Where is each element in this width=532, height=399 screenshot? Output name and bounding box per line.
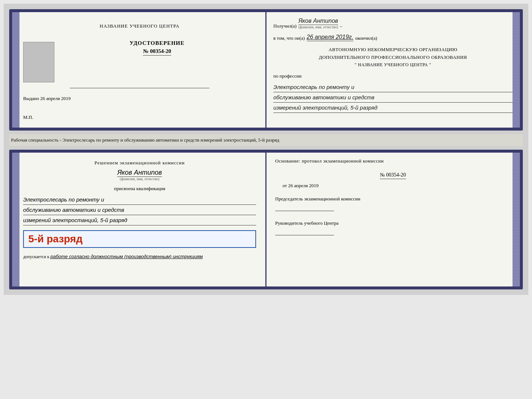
dash-filler: – xyxy=(340,23,342,29)
vtom-date: 26 апреля 2019г. xyxy=(307,34,353,41)
org-line1: АВТОНОМНУЮ НЕКОММЕРЧЕСКУЮ ОРГАНИЗАЦИЮ xyxy=(273,46,513,54)
photo-placeholder xyxy=(23,42,54,82)
recipient-name: Яков Антипов xyxy=(298,18,338,25)
page-wrapper: НАЗВАНИЕ УЧЕБНОГО ЦЕНТРА УДОСТОВЕРЕНИЕ №… xyxy=(4,4,528,295)
predsedatel-block: Председатель экзаменационной комиссии xyxy=(275,196,511,213)
poluchil-label: Получил(а) xyxy=(273,23,296,29)
ot-label: от xyxy=(283,183,287,188)
name-wrap: Яков Антипов (фамилия, имя, отчество) xyxy=(298,18,338,29)
org-line3: " НАЗВАНИЕ УЧЕБНОГО ЦЕНТРА " xyxy=(273,61,513,68)
bottom-right-spine xyxy=(513,153,520,286)
ot-date: 26 апреля 2019 xyxy=(288,183,319,188)
predsedatel-signature xyxy=(275,204,334,211)
fio-sublabel: (фамилия, имя, отчество) xyxy=(298,25,338,29)
bottom-recipient-name: Яков Антипов xyxy=(117,169,162,177)
prisvoena-label: присвоена квалификация xyxy=(23,186,256,192)
vtom-line: в том, что он(а) 26 апреля 2019г. окончи… xyxy=(273,34,513,41)
left-spine xyxy=(12,12,19,128)
dopuskaetsya-block: допускается к работе согласно должностны… xyxy=(23,254,256,260)
rukovoditel-signature xyxy=(275,228,334,235)
vydano-date: 26 апреля 2019 xyxy=(40,96,71,101)
rukovoditel-block: Руководитель учебного Центра xyxy=(275,220,511,237)
profession-line1: Электрослесарь по ремонту и xyxy=(273,82,513,92)
qual-line1: Электрослесарь по ремонту и xyxy=(23,195,256,205)
po-professii: по профессии xyxy=(273,73,513,79)
bottom-left-spine xyxy=(12,153,19,286)
qualification-block: Электрослесарь по ремонту и обслуживанию… xyxy=(23,195,256,225)
dopuskaetsya-text: работе согласно должностным (производств… xyxy=(50,254,203,259)
bottom-document: Решением экзаменационной комиссии Яков А… xyxy=(9,150,523,289)
org-line2: ДОПОЛНИТЕЛЬНОГО ПРОФЕССИОНАЛЬНОГО ОБРАЗО… xyxy=(273,54,513,61)
razryad-badge: 5-й разряд xyxy=(23,230,256,248)
mp-line: М.П. xyxy=(23,114,33,120)
vydano-label: Выдано xyxy=(23,96,39,101)
profession-line2: обслуживанию автоматики и средств xyxy=(273,92,513,103)
org-block: АВТОНОМНУЮ НЕКОММЕРЧЕСКУЮ ОРГАНИЗАЦИЮ ДО… xyxy=(273,46,513,68)
bottom-right-page: Основание: протокол экзаменационной коми… xyxy=(266,153,520,286)
bottom-left-page: Решением экзаменационной комиссии Яков А… xyxy=(12,153,266,286)
bottom-fio-sublabel: (фамилия, имя, отчество) xyxy=(120,177,159,181)
profession-block: Электрослесарь по ремонту и обслуживанию… xyxy=(273,82,513,113)
profession-line3: измерений электростанций, 5-й разряд xyxy=(273,103,513,113)
udostoverenie-num: № 00354-20 xyxy=(143,48,171,56)
rukovoditel-label: Руководитель учебного Центра xyxy=(275,220,511,226)
date-line: от 26 апреля 2019 xyxy=(283,183,511,189)
razryad-text: 5-й разряд xyxy=(28,233,83,245)
poluchil-line: Получил(а) Яков Антипов (фамилия, имя, о… xyxy=(273,18,513,29)
right-spine-top xyxy=(513,12,520,128)
dopuskaetsya-label: допускается к xyxy=(23,254,49,259)
top-right-page: Получил(а) Яков Антипов (фамилия, имя, о… xyxy=(266,12,520,128)
qual-line3: измерений электростанций, 5-й разряд xyxy=(23,215,256,225)
vydano-line: Выдано 26 апреля 2019 xyxy=(23,96,71,101)
predsedatel-label: Председатель экзаменационной комиссии xyxy=(275,196,511,202)
qual-line2: обслуживанию автоматики и средств xyxy=(23,205,256,215)
bottom-name-wrap: Яков Антипов (фамилия, имя, отчество) xyxy=(23,169,256,181)
okchnil-label: окончил(а) xyxy=(355,35,377,41)
specialty-text: Рабочая специальность - Электрослесарь п… xyxy=(11,137,279,143)
center-title: НАЗВАНИЕ УЧЕБНОГО ЦЕНТРА xyxy=(100,23,179,29)
top-document: НАЗВАНИЕ УЧЕБНОГО ЦЕНТРА УДОСТОВЕРЕНИЕ №… xyxy=(9,9,523,131)
vtom-label: в том, что он(а) xyxy=(273,35,305,41)
protocol-num: № 00354-20 xyxy=(380,172,406,179)
udostoverenie-title: УДОСТОВЕРЕНИЕ xyxy=(130,40,185,46)
middle-text: Рабочая специальность - Электрослесарь п… xyxy=(9,134,523,146)
resheniem-title: Решением экзаменационной комиссии xyxy=(23,160,256,166)
osnovanie-title: Основание: протокол экзаменационной коми… xyxy=(275,158,511,164)
top-left-page: НАЗВАНИЕ УЧЕБНОГО ЦЕНТРА УДОСТОВЕРЕНИЕ №… xyxy=(12,12,266,128)
